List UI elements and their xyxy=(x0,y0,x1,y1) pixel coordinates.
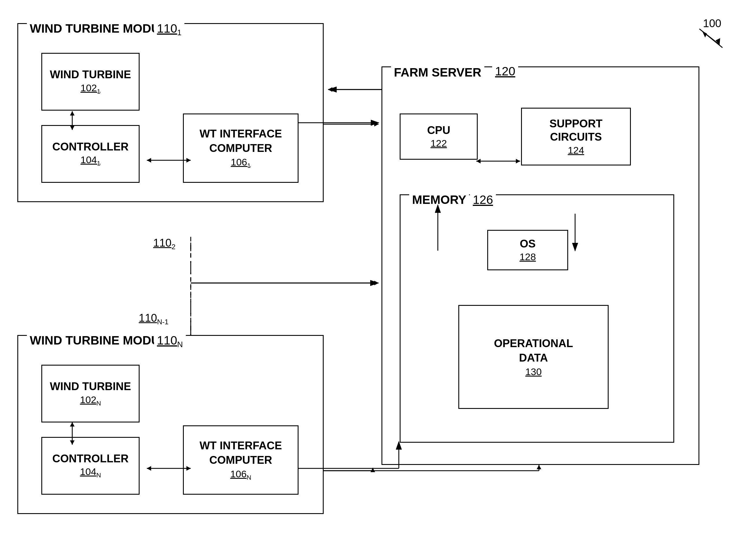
svg-marker-36 xyxy=(370,468,375,472)
wticn-label: WT INTERFACECOMPUTER xyxy=(200,439,282,467)
svg-line-43 xyxy=(702,31,723,48)
os-box: OS 128 xyxy=(487,230,568,270)
farm-server-label: FARM SERVER xyxy=(391,66,484,79)
ctrl1-label: CONTROLLER xyxy=(52,141,129,153)
wind-turbine-module-1-box: WIND TURBINE MODULE 1101 WIND TURBINE 10… xyxy=(17,23,324,202)
wtic1-ref: 1061 xyxy=(230,157,251,169)
diagram: 100 WIND TURBINE MODULE 1101 WIND TURBIN… xyxy=(0,0,756,553)
svg-marker-27 xyxy=(374,281,379,285)
support-circuits-label: SUPPORTCIRCUITS xyxy=(549,117,603,144)
ref-110-2-label: 1102 xyxy=(153,237,176,251)
wind-turbine-module-n-box: WIND TURBINE MODULE 110N WIND TURBINE 10… xyxy=(17,335,324,514)
wtn-ref: 102N xyxy=(80,394,101,407)
svg-marker-11 xyxy=(374,122,379,127)
farm-server-box: FARM SERVER 120 CPU 122 SUPPORTCIRCUITS … xyxy=(382,66,699,465)
support-circuits-box: SUPPORTCIRCUITS 124 xyxy=(521,108,631,165)
svg-marker-1 xyxy=(715,38,720,45)
wt1-ref: 1021 xyxy=(80,82,100,95)
svg-marker-44 xyxy=(702,31,707,37)
controller-n-box: CONTROLLER 104N xyxy=(41,437,140,495)
support-circuits-ref: 124 xyxy=(568,145,585,156)
cpu-label: CPU xyxy=(427,124,450,137)
wt1-label: WIND TURBINE xyxy=(50,68,131,81)
os-label: OS xyxy=(520,238,536,250)
ctrl1-ref: 1041 xyxy=(80,154,100,167)
svg-marker-3 xyxy=(328,87,332,92)
wind-turbine-1-box: WIND TURBINE 1021 xyxy=(41,53,140,110)
wtic1-label: WT INTERFACECOMPUTER xyxy=(200,127,282,155)
controller-1-box: CONTROLLER 1041 xyxy=(41,125,140,183)
wtic-1-box: WT INTERFACECOMPUTER 1061 xyxy=(183,113,298,183)
operational-data-box: OPERATIONALDATA 130 xyxy=(458,305,609,409)
wticn-ref: 106N xyxy=(230,468,252,481)
os-ref: 128 xyxy=(520,251,536,262)
ctrln-ref: 104N xyxy=(80,466,101,479)
wtmn-module-ref: 110N xyxy=(154,333,186,349)
wtm1-module-ref: 1101 xyxy=(154,22,184,37)
ref-110-n1-label: 110N-1 xyxy=(139,312,168,326)
wind-turbine-n-box: WIND TURBINE 102N xyxy=(41,365,140,422)
cpu-box: CPU 122 xyxy=(400,113,478,160)
cpu-ref: 122 xyxy=(431,138,447,149)
ctrln-label: CONTROLLER xyxy=(52,453,129,465)
svg-marker-39 xyxy=(537,465,541,469)
farm-server-ref: 120 xyxy=(492,64,518,78)
memory-box: MEMORY 126 OS 128 OPERATIONALDATA 130 xyxy=(400,194,674,443)
wtn-label: WIND TURBINE xyxy=(50,380,131,393)
operational-data-ref: 130 xyxy=(526,366,542,378)
ref-100-label: 100 xyxy=(703,17,721,30)
memory-ref: 126 xyxy=(470,193,496,207)
wtic-n-box: WT INTERFACECOMPUTER 106N xyxy=(183,425,298,495)
svg-line-0 xyxy=(699,29,719,45)
memory-label: MEMORY xyxy=(409,193,469,207)
operational-data-label: OPERATIONALDATA xyxy=(494,336,573,365)
